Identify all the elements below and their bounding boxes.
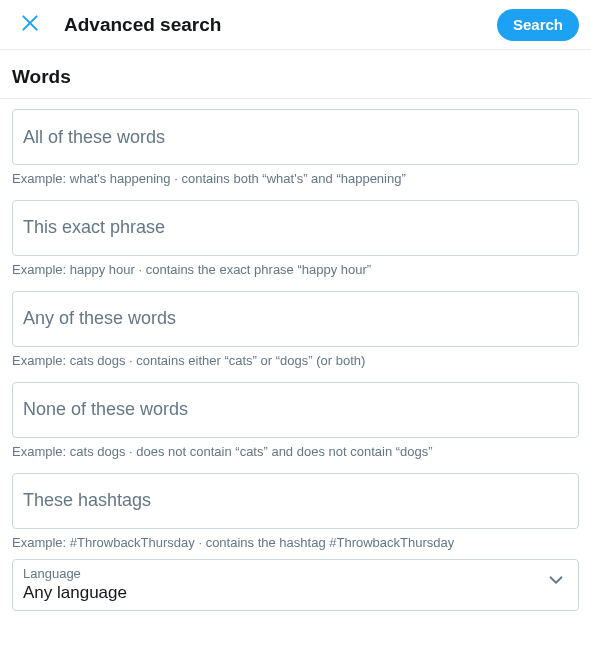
hashtags-hint: Example: #ThrowbackThursday · contains t…: [12, 535, 579, 552]
modal-content-scroll[interactable]: Words Example: what's happening · contai…: [0, 50, 591, 648]
language-label: Language: [23, 566, 568, 582]
modal-header: Advanced search Search: [0, 0, 591, 50]
language-select[interactable]: Language Any language: [12, 559, 579, 611]
section-heading-words: Words: [0, 50, 591, 99]
advanced-search-modal: Advanced search Search Words Example: wh…: [0, 0, 591, 648]
modal-title: Advanced search: [64, 14, 497, 36]
field-exact-phrase: Example: happy hour · contains the exact…: [0, 190, 591, 281]
any-words-hint: Example: cats dogs · contains either “ca…: [12, 353, 579, 370]
language-value: Any language: [23, 582, 568, 604]
none-words-hint: Example: cats dogs · does not contain “c…: [12, 444, 579, 461]
search-button[interactable]: Search: [497, 9, 579, 41]
all-words-hint: Example: what's happening · contains bot…: [12, 171, 579, 188]
field-language: Language Any language: [0, 553, 591, 611]
field-none-words: Example: cats dogs · does not contain “c…: [0, 372, 591, 463]
none-words-input[interactable]: [12, 382, 579, 438]
chevron-down-icon: [545, 569, 567, 595]
all-words-input[interactable]: [12, 109, 579, 165]
close-button[interactable]: [12, 7, 48, 43]
field-any-words: Example: cats dogs · contains either “ca…: [0, 281, 591, 372]
field-hashtags: Example: #ThrowbackThursday · contains t…: [0, 463, 591, 554]
exact-phrase-input[interactable]: [12, 200, 579, 256]
modal-content-inner: Words Example: what's happening · contai…: [0, 50, 591, 615]
close-icon: [20, 13, 40, 37]
exact-phrase-hint: Example: happy hour · contains the exact…: [12, 262, 579, 279]
hashtags-input[interactable]: [12, 473, 579, 529]
any-words-input[interactable]: [12, 291, 579, 347]
field-all-words: Example: what's happening · contains bot…: [0, 99, 591, 190]
